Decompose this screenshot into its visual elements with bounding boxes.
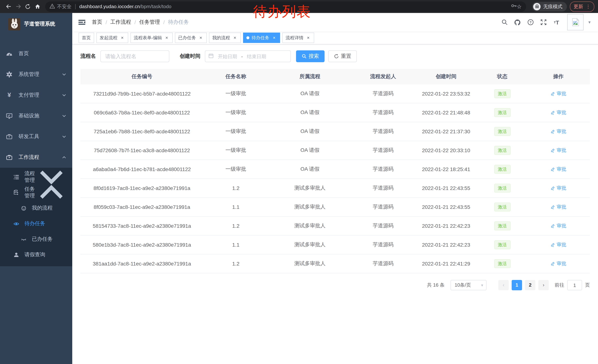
fullscreen-icon[interactable]	[538, 17, 549, 27]
task-id-cell: 75d72608-7b7f-11ec-a3c8-acde48001122	[80, 141, 203, 160]
col-actions: 操作	[527, 69, 590, 84]
sidebar-collapse-icon[interactable]	[78, 18, 86, 26]
page-1-button[interactable]: 1	[512, 280, 522, 290]
approve-link[interactable]: 审批	[550, 128, 566, 135]
sidebar-item-task-mgmt[interactable]: 任务管理	[0, 185, 72, 200]
sidebar-item-done-tasks[interactable]: 已办任务	[0, 231, 72, 247]
prev-page-button[interactable]: ‹	[498, 280, 509, 290]
update-label[interactable]: 更新	[573, 3, 583, 10]
chevron-down-icon	[62, 93, 66, 97]
created-cell: 2022-01-22 23:53:32	[415, 84, 478, 103]
sidebar-item-todo-tasks[interactable]: 待办任务	[0, 216, 72, 231]
table-header-row: 任务编号 任务名称 所属流程 流程发起人 创建时间 状态 操作	[80, 69, 590, 84]
approve-link[interactable]: 审批	[550, 90, 566, 97]
task-name-cell: 1.1	[203, 235, 268, 254]
approve-link[interactable]: 审批	[550, 109, 566, 116]
end-date-input[interactable]	[244, 53, 269, 59]
approve-link[interactable]: 审批	[550, 260, 566, 267]
next-page-button[interactable]: ›	[538, 280, 549, 290]
close-icon[interactable]: ×	[164, 35, 169, 40]
tab-process-form-edit[interactable]: 流程表单-编辑×	[130, 32, 173, 43]
security-label: 不安全	[57, 3, 72, 10]
close-icon[interactable]: ×	[306, 35, 311, 40]
forward-button[interactable]	[13, 2, 23, 11]
app-title: 芋道管理系统	[24, 21, 55, 27]
col-process: 所属流程	[268, 69, 352, 84]
goto-label: 前往	[555, 282, 564, 289]
tab-process-detail[interactable]: 流程详情×	[282, 32, 314, 43]
approve-link[interactable]: 审批	[550, 204, 566, 210]
status-badge: 激活	[494, 146, 510, 155]
sidebar-item-infrastructure[interactable]: 基础设施	[0, 105, 72, 126]
process-name-input[interactable]	[100, 50, 169, 62]
sidebar-item-devtools[interactable]: 研发工具	[0, 126, 72, 147]
goto-page-input[interactable]	[567, 280, 582, 290]
approve-link[interactable]: 审批	[550, 185, 566, 191]
status-badge: 激活	[494, 240, 510, 249]
github-icon[interactable]	[512, 17, 523, 27]
sidebar-item-payment[interactable]: ¥ 支付管理	[0, 85, 72, 105]
reset-button[interactable]: 重置	[328, 50, 357, 62]
url-path: /bpm/task/todo	[140, 4, 172, 9]
task-name-cell: 一级审批	[203, 122, 268, 141]
font-size-icon[interactable]: тT	[551, 17, 562, 27]
breadcrumb-home[interactable]: 首页	[92, 19, 102, 25]
tab-start-process[interactable]: 发起流程×	[96, 32, 128, 43]
app-logo-row[interactable]: 芋道管理系统	[0, 13, 72, 35]
tags-view: 首页 发起流程× 流程表单-编辑× 已办任务× 我的流程× 待办任务× 流程详情…	[72, 32, 598, 44]
list-icon	[13, 174, 19, 180]
robot-icon	[21, 205, 27, 211]
status-badge: 激活	[494, 108, 510, 117]
help-icon[interactable]: ?	[525, 17, 536, 27]
close-icon[interactable]: ×	[198, 35, 203, 40]
breadcrumb-workflow[interactable]: 工作流程	[110, 19, 131, 25]
home-button[interactable]	[33, 2, 42, 11]
breadcrumb-task-mgmt[interactable]: 任务管理	[139, 19, 160, 25]
password-key-icon[interactable]	[510, 3, 517, 10]
create-time-label: 创建时间	[180, 53, 200, 60]
col-starter: 流程发起人	[352, 69, 415, 84]
close-icon[interactable]: ×	[120, 35, 125, 40]
created-cell: 2022-01-21 22:41:29	[415, 254, 478, 273]
page-2-button[interactable]: 2	[525, 280, 535, 290]
gear-icon	[6, 71, 13, 78]
search-button[interactable]: 搜索	[296, 50, 324, 62]
avatar[interactable]	[567, 14, 583, 30]
browser-update-button[interactable]: 更新 ⋮	[570, 1, 594, 12]
process-cell: 测试多审批人	[268, 179, 352, 198]
eye-closed-icon	[21, 236, 27, 242]
sidebar-item-system[interactable]: 系统管理	[0, 64, 72, 85]
close-icon[interactable]: ×	[272, 35, 277, 40]
approve-link[interactable]: 审批	[550, 242, 566, 248]
task-id-cell: 725a1eb6-7b88-11ec-8ef0-acde48001122	[80, 122, 203, 141]
dashboard-icon	[6, 50, 13, 57]
user-icon	[13, 252, 19, 258]
status-badge: 激活	[494, 165, 510, 174]
back-button[interactable]	[4, 2, 13, 11]
starter-cell: 芋道源码	[352, 179, 415, 198]
reload-button[interactable]	[23, 2, 33, 11]
approve-link[interactable]: 审批	[550, 223, 566, 229]
page-size-select[interactable]: 10条/页 ▾	[450, 280, 486, 290]
approve-link[interactable]: 审批	[550, 147, 566, 154]
approve-link[interactable]: 审批	[550, 166, 566, 173]
briefcase-icon	[6, 133, 13, 140]
tab-my-process[interactable]: 我的流程×	[209, 32, 241, 43]
tab-home[interactable]: 首页	[79, 32, 94, 43]
tab-done-tasks[interactable]: 已办任务×	[175, 32, 207, 43]
search-icon[interactable]	[499, 17, 510, 27]
chevron-up-icon	[36, 178, 66, 208]
start-date-input[interactable]	[215, 53, 240, 59]
sidebar-item-leave-query[interactable]: 请假查询	[0, 247, 72, 263]
created-cell: 2022-01-22 18:25:41	[415, 160, 478, 179]
browser-menu-icon[interactable]: ⋮	[586, 4, 590, 9]
status-badge: 激活	[494, 202, 510, 211]
date-range-picker[interactable]: -	[205, 50, 291, 62]
created-cell: 2022-01-21 22:42:23	[415, 217, 478, 235]
tab-todo-tasks[interactable]: 待办任务×	[243, 32, 280, 43]
avatar-caret-icon[interactable]: ▾	[588, 20, 590, 25]
bookmark-star-icon[interactable]: ☆	[517, 3, 522, 10]
process-cell: OA 请假	[268, 103, 352, 122]
sidebar-item-home[interactable]: 首页	[0, 43, 72, 64]
close-icon[interactable]: ×	[232, 35, 238, 40]
